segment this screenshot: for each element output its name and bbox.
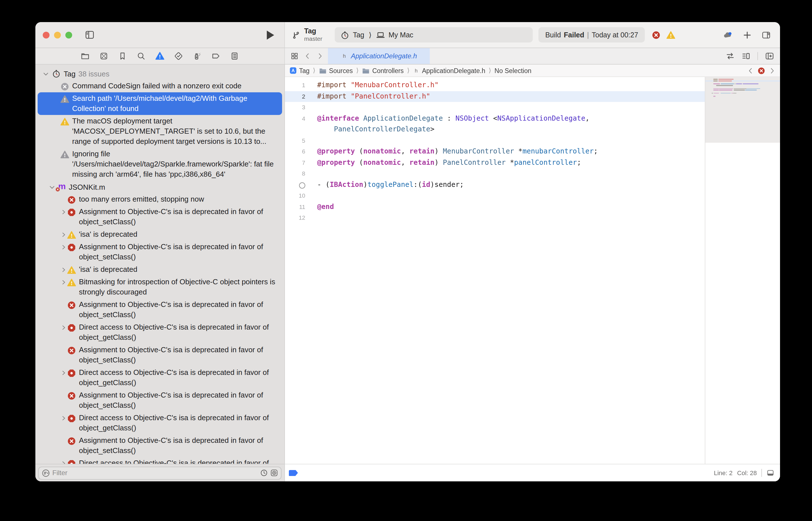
navigator-bookmarks-button[interactable]: [118, 51, 127, 61]
navigator-reports-button[interactable]: [230, 51, 239, 61]
issue-text: Assignment to Objective-C's isa is depre…: [79, 207, 277, 227]
issue-row[interactable]: Assignment to Objective-C's isa is depre…: [38, 389, 282, 412]
related-items-icon[interactable]: [291, 52, 298, 60]
code-token: @property: [317, 158, 355, 166]
add-editor-icon[interactable]: [765, 51, 774, 61]
issue-row[interactable]: Assignment to Objective-C's isa is depre…: [38, 344, 282, 366]
code-review-icon: [726, 51, 735, 61]
h-file-icon: h: [341, 51, 348, 61]
breakpoint-icon[interactable]: [289, 470, 298, 476]
code-line[interactable]: 12: [285, 212, 705, 223]
cursor-col-label: Col: 28: [737, 470, 757, 476]
error-group-icon: [67, 207, 76, 217]
error-badge-icon[interactable]: [652, 30, 661, 39]
close-window-button[interactable]: [43, 31, 49, 38]
recent-issues-icon[interactable]: [260, 469, 268, 477]
error-group-icon: [67, 207, 76, 217]
issue-row[interactable]: 'isa' is deprecated: [38, 228, 282, 241]
navigator-debug-button[interactable]: [193, 51, 202, 61]
filter-menu-icon[interactable]: [42, 469, 50, 477]
bottom-panel-icon[interactable]: [766, 469, 774, 477]
navigator-project-button[interactable]: [81, 51, 90, 61]
code-token: ): [435, 158, 443, 166]
forward-icon[interactable]: [317, 52, 324, 60]
code-line[interactable]: 10: [285, 190, 705, 201]
minimize-window-button[interactable]: [54, 31, 61, 38]
issue-group-header-file[interactable]: m JSONKit.m: [35, 181, 284, 193]
scheme-destination-picker[interactable]: Tag ⟩ My Mac: [335, 27, 533, 43]
cloud-status-icon[interactable]: [722, 30, 733, 39]
toggle-navigator-button[interactable]: [85, 30, 95, 40]
disclosure-right-icon: [61, 232, 67, 238]
issue-row[interactable]: 'isa' is deprecated: [38, 263, 282, 276]
breadcrumb-item[interactable]: Sources: [319, 67, 353, 74]
ibaction-connection-icon[interactable]: [299, 182, 305, 188]
code-line[interactable]: 4 @interface ApplicationDelegate : NSObj…: [285, 113, 705, 124]
code-line[interactable]: 1 #import "MenubarController.h": [285, 80, 705, 91]
issue-group-header-target[interactable]: Tag 38 issues: [35, 67, 284, 80]
code-line[interactable]: 6 @property (nonatomic, retain) MenubarC…: [285, 146, 705, 157]
breadcrumb-item[interactable]: No Selection: [495, 67, 531, 74]
issue-row[interactable]: Assignment to Objective-C's isa is depre…: [38, 206, 282, 228]
warning-badge-icon[interactable]: [667, 30, 676, 39]
back-icon[interactable]: [304, 52, 311, 60]
adjust-editor-options-icon[interactable]: [742, 51, 750, 61]
toggle-inspector-button[interactable]: [761, 30, 771, 39]
navigator-source-control-button[interactable]: [99, 51, 109, 61]
source-editor[interactable]: 1 #import "MenubarController.h" 2 #impor…: [285, 77, 705, 464]
issue-row[interactable]: Command CodeSign failed with a nonzero e…: [38, 80, 282, 92]
issue-row[interactable]: Assignment to Objective-C's isa is depre…: [38, 434, 282, 457]
previous-issue-icon[interactable]: [747, 67, 754, 74]
breadcrumb-item[interactable]: h ApplicationDelegate.h: [413, 66, 485, 75]
issue-text: 'isa' is deprecated: [79, 229, 138, 240]
issue-row[interactable]: Direct access to Objective-C's isa is de…: [38, 457, 282, 464]
minimap[interactable]: [705, 77, 780, 464]
code-line[interactable]: 3: [285, 102, 705, 113]
run-button[interactable]: [267, 30, 274, 39]
code-line[interactable]: 11 @end: [285, 201, 705, 212]
issue-count: 38 issues: [78, 69, 110, 78]
line-number: 5: [285, 135, 309, 146]
issue-row[interactable]: The macOS deployment target 'MACOSX_DEPL…: [38, 115, 282, 148]
error-group-icon: [67, 323, 76, 332]
line-number: 3: [285, 102, 309, 113]
jumpbar-error-icon[interactable]: [757, 67, 765, 74]
code-line[interactable]: PanelControllerDelegate>: [285, 124, 705, 135]
adjust-editor-options-icon: [742, 51, 750, 61]
issue-row[interactable]: Assignment to Objective-C's isa is depre…: [38, 298, 282, 321]
line-number: 8: [285, 168, 309, 179]
issue-row[interactable]: Assignment to Objective-C's isa is depre…: [38, 241, 282, 263]
breadcrumb-item[interactable]: Controllers: [362, 67, 404, 74]
issue-row[interactable]: Direct access to Objective-C's isa is de…: [38, 412, 282, 434]
issue-row[interactable]: too many errors emitted, stopping now: [38, 193, 282, 206]
breadcrumb-item[interactable]: Tag: [289, 67, 310, 74]
issue-row[interactable]: Direct access to Objective-C's isa is de…: [38, 321, 282, 344]
issue-row[interactable]: Ignoring file '/Users/michael/devel/tag2…: [38, 148, 282, 181]
code-token: @end: [317, 202, 334, 210]
filter-input[interactable]: Filter: [38, 466, 282, 479]
code-line[interactable]: 5: [285, 135, 705, 146]
activity-view[interactable]: Build Failed | Today at 00:27: [539, 27, 645, 43]
next-issue-icon[interactable]: [769, 67, 775, 74]
error-x-icon: [67, 195, 76, 204]
add-button[interactable]: [743, 30, 752, 39]
code-line[interactable]: 8: [285, 168, 705, 179]
code-line[interactable]: 7 @property (nonatomic, retain) PanelCon…: [285, 157, 705, 168]
issue-row[interactable]: Search path '/Users/michael/devel/tag2/W…: [38, 92, 282, 115]
zoom-window-button[interactable]: [65, 31, 72, 38]
issue-row[interactable]: Bitmasking for introspection of Objectiv…: [38, 276, 282, 298]
issue-row[interactable]: Direct access to Objective-C's isa is de…: [38, 366, 282, 389]
navigator-issues-button[interactable]: [155, 51, 164, 61]
navigator-tests-button[interactable]: [174, 51, 183, 61]
error-group-icon: [67, 459, 76, 464]
code-line[interactable]: - (IBAction)togglePanel:(id)sender;: [285, 179, 705, 190]
source-control-summary[interactable]: Tag master: [292, 28, 322, 42]
code-review-icon[interactable]: [726, 51, 735, 61]
navigator-find-button[interactable]: [137, 51, 146, 61]
xcode-window-stage: Tag master Tag ⟩ My Mac Build Failed | T…: [35, 22, 780, 481]
project-name: Tag: [304, 28, 322, 36]
navigator-breakpoints-button[interactable]: [211, 51, 220, 61]
tab-applicationdelegate-h[interactable]: h ApplicationDelegate.h: [328, 48, 430, 64]
errors-only-icon[interactable]: [270, 469, 278, 477]
code-line[interactable]: 2 #import "PanelController.h": [285, 91, 705, 102]
